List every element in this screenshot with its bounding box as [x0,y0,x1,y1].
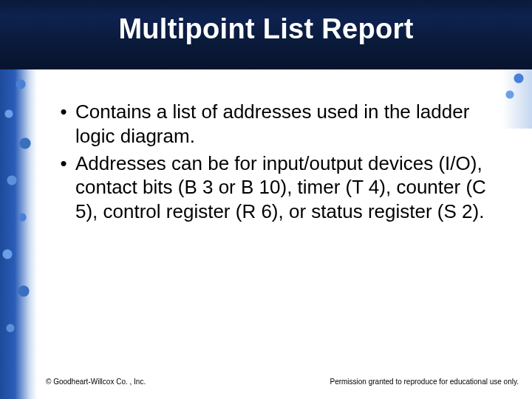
permission-text: Permission granted to reproduce for educ… [330,378,519,386]
slide-title: Multipoint List Report [0,13,532,45]
slide-header: Multipoint List Report [0,0,532,69]
list-item: • Addresses can be for input/output devi… [52,151,488,224]
bullet-icon: • [52,151,75,224]
bullet-text: Contains a list of addresses used in the… [75,100,488,149]
bullet-icon: • [52,100,75,149]
bullet-list: • Contains a list of addresses used in t… [52,100,488,227]
decorative-right-accent [502,69,532,129]
decorative-left-strip [0,69,37,399]
list-item: • Contains a list of addresses used in t… [52,100,488,149]
bullet-text: Addresses can be for input/output device… [75,151,488,224]
copyright-text: © Goodheart-Willcox Co. , Inc. [46,378,146,386]
